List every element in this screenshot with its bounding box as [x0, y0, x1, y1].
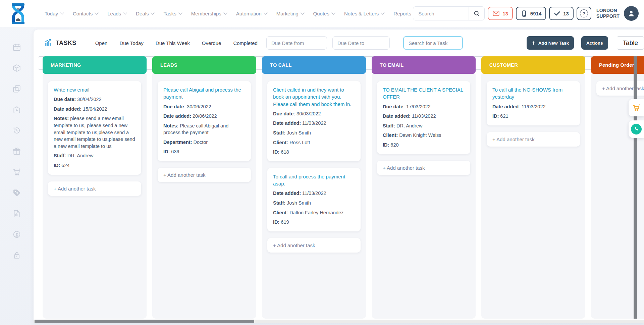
task-field-value: 639	[171, 149, 179, 154]
app-logo-hourglass-icon[interactable]	[10, 3, 26, 24]
tasks-toolbar: TASKS OpenDue TodayDue This WeekOverdueC…	[34, 30, 644, 56]
plus-icon: +	[532, 40, 535, 46]
account-name-line2: SUPPORT	[596, 13, 620, 19]
horizontal-scrollbar-thumb[interactable]	[35, 320, 254, 323]
filter-open[interactable]: Open	[95, 40, 108, 46]
add-another-task-button[interactable]: + Add another task	[487, 132, 580, 147]
cart-float-button[interactable]	[629, 99, 644, 116]
task-card[interactable]: TO EMAIL THE CLIENT A SPECIAL OFFERDue d…	[377, 81, 470, 154]
task-field-value: 30/06/2022	[187, 104, 211, 109]
completed-tasks-badge[interactable]: 13	[549, 7, 574, 20]
task-title-link[interactable]: Write new email	[54, 86, 136, 93]
nav-item-contacts[interactable]: Contacts	[73, 11, 98, 16]
add-another-task-button[interactable]: + Add another task	[48, 181, 141, 196]
calendar-icon[interactable]: 12	[12, 43, 21, 52]
task-title-link[interactable]: To call all the NO-SHOWS from yesterday	[492, 86, 574, 101]
task-field-label: Staff:	[54, 153, 67, 158]
history-icon[interactable]	[12, 126, 21, 135]
svg-text:12: 12	[15, 47, 18, 50]
task-field-client: Client: Dalton Farley Hernandez	[273, 209, 355, 216]
nav-item-memberships[interactable]: Memberships	[191, 11, 227, 16]
due-date-to-input[interactable]	[332, 36, 390, 50]
nav-item-label: Tasks	[163, 11, 176, 16]
filter-due-today[interactable]: Due Today	[119, 40, 143, 46]
nav-item-deals[interactable]: Deals	[136, 11, 154, 16]
horizontal-scrollbar-track[interactable]	[34, 320, 644, 323]
chevron-down-icon	[60, 11, 64, 14]
task-card[interactable]: To call all the NO-SHOWS from yesterdayD…	[487, 81, 580, 125]
nav-item-leads[interactable]: Leads	[107, 11, 126, 16]
account-icon[interactable]	[12, 230, 21, 239]
task-field-label: Due date:	[163, 104, 187, 109]
task-title-link[interactable]: Client called in and they want to book a…	[273, 86, 355, 108]
task-field-date-added: Date added: 20/06/2022	[163, 113, 245, 120]
nav-item-notes-letters[interactable]: Notes & Letters	[344, 11, 384, 16]
task-field-department: Department: Doctor	[163, 139, 245, 146]
task-field-label: Notes:	[54, 116, 70, 121]
due-date-from-input[interactable]	[266, 36, 327, 50]
lock-icon[interactable]	[12, 251, 21, 260]
column-title: LEADS	[160, 62, 177, 68]
nav-item-marketing[interactable]: Marketing	[276, 11, 304, 16]
task-field-label: ID:	[54, 163, 61, 168]
filter-completed[interactable]: Completed	[233, 40, 258, 46]
task-field-value: DR. Andrew	[67, 153, 93, 158]
global-search-input[interactable]	[413, 11, 469, 16]
table-view-button[interactable]: Table	[617, 36, 644, 50]
add-another-task-button[interactable]: + Add another task	[267, 238, 361, 253]
gift-icon[interactable]	[12, 147, 21, 156]
check-icon	[554, 10, 560, 17]
shopping-bag-icon[interactable]	[12, 105, 21, 114]
add-another-task-button[interactable]: + Add another task	[377, 161, 470, 175]
add-new-task-button[interactable]: + Add New Task	[527, 36, 574, 50]
task-title-link[interactable]: To call and process the payment asap.	[273, 173, 355, 187]
filter-due-this-week[interactable]: Due This Week	[156, 40, 190, 46]
avatar[interactable]	[624, 6, 639, 21]
chevron-down-icon	[301, 11, 304, 14]
column-body: Write new emailDue date: 30/04/2022Date …	[43, 74, 147, 319]
phone-calls-badge[interactable]: 5914	[516, 7, 546, 20]
task-field-label: ID:	[492, 113, 500, 119]
task-field-value: 624	[61, 163, 69, 168]
envelope-icon	[492, 10, 500, 17]
task-field-value: 20/06/2022	[193, 113, 217, 119]
board-column-to-email: TO EMAILTO EMAIL THE CLIENT A SPECIAL OF…	[372, 56, 476, 319]
cart-icon[interactable]	[12, 168, 21, 176]
package-icon[interactable]	[12, 64, 21, 72]
nav-item-automation[interactable]: Automation	[236, 11, 267, 16]
task-title-link[interactable]: TO EMAIL THE CLIENT A SPECIAL OFFER	[383, 86, 465, 101]
task-card[interactable]: Client called in and they want to book a…	[267, 81, 361, 161]
task-card[interactable]: Write new emailDue date: 30/04/2022Date …	[48, 81, 141, 175]
help-icon: ?	[580, 9, 588, 17]
nav-item-today[interactable]: Today	[45, 11, 63, 16]
copy-pages-icon[interactable]	[12, 85, 21, 93]
vertical-scrollbar[interactable]	[634, 56, 637, 319]
column-title: CUSTOMER	[489, 62, 518, 68]
task-field-id: ID: 620	[383, 142, 465, 149]
search-icon[interactable]	[469, 7, 484, 20]
navbar: TodayContactsLeadsDealsTasksMembershipsA…	[0, 0, 644, 27]
actions-button[interactable]: Actions	[581, 36, 608, 50]
task-field-label: ID:	[163, 149, 171, 154]
filter-overdue[interactable]: Overdue	[202, 40, 221, 46]
email-notifications-badge[interactable]: 13	[488, 7, 513, 20]
whatsapp-float-button[interactable]	[629, 120, 644, 138]
task-field-date-added: Date added: 11/03/2022	[273, 190, 355, 197]
add-another-task-button[interactable]: + Add another task	[158, 168, 251, 182]
task-field-date-added: Date added: 15/04/2022	[54, 106, 136, 113]
task-field-value: 11/03/2022	[302, 120, 326, 126]
nav-item-quotes[interactable]: Quotes	[313, 11, 335, 16]
task-field-staff: Staff: Josh Smith	[273, 200, 355, 207]
price-tag-icon[interactable]: $	[12, 188, 21, 197]
task-title-link[interactable]: Please call Abigail and process the paym…	[163, 86, 245, 101]
task-field-staff: Staff: DR. Andrew	[383, 122, 465, 129]
task-card[interactable]: To call and process the payment asap.Dat…	[267, 168, 361, 231]
help-button[interactable]: ?	[577, 7, 591, 20]
task-field-value: 619	[281, 219, 289, 225]
task-card[interactable]: Please call Abigail and process the paym…	[158, 81, 251, 161]
task-field-value: 17/03/2022	[406, 104, 431, 109]
nav-item-tasks[interactable]: Tasks	[163, 11, 181, 16]
sales-report-icon[interactable]	[12, 209, 21, 218]
task-search-input[interactable]	[403, 36, 463, 50]
column-body: Client called in and they want to book a…	[262, 74, 366, 319]
